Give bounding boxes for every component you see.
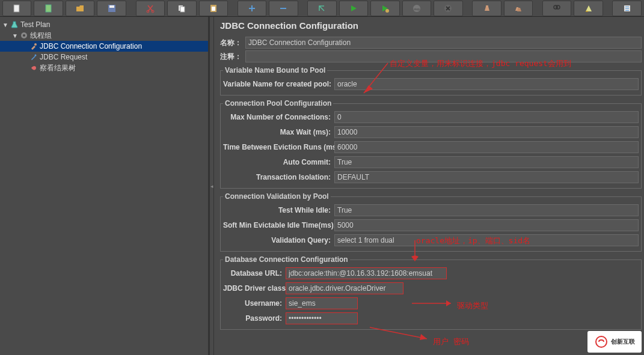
- query-input[interactable]: [334, 234, 639, 246]
- driver-label: JDBC Driver class:: [223, 284, 286, 293]
- tb-clear-all[interactable]: [504, 1, 533, 16]
- driver-input[interactable]: [286, 282, 403, 294]
- tb-shutdown[interactable]: [434, 1, 462, 16]
- tree-label: JDBC Request: [40, 53, 87, 61]
- legend: Connection Validation by Pool: [223, 192, 331, 201]
- tree-jdbc-request[interactable]: JDBC Request: [0, 52, 208, 62]
- tb-open[interactable]: [66, 1, 94, 16]
- svg-rect-20: [625, 10, 629, 11]
- gear-icon: [20, 31, 28, 40]
- flask-icon: [10, 20, 19, 29]
- tb-copy[interactable]: [167, 1, 196, 16]
- tree-toggle-icon[interactable]: ▼: [12, 32, 18, 39]
- pass-input[interactable]: [286, 312, 358, 324]
- tb-templates[interactable]: [34, 1, 63, 16]
- svg-rect-18: [625, 7, 629, 7]
- tree-label: 察看结果树: [40, 63, 76, 73]
- tb-paste[interactable]: [199, 1, 228, 16]
- tree-label: Test Plan: [20, 20, 50, 29]
- tb-stop[interactable]: stop: [402, 1, 431, 16]
- validation-fieldset: Connection Validation by Pool Test While…: [220, 192, 642, 252]
- tree-jdbc-config[interactable]: JDBC Connection Configuration: [0, 41, 208, 52]
- watermark: 创新互联: [587, 331, 642, 353]
- tb-cut[interactable]: [136, 1, 165, 16]
- leaf-icon: [29, 64, 38, 72]
- var-name-label: Variable Name for created pool:: [223, 80, 334, 88]
- svg-point-33: [596, 336, 607, 347]
- tree-result-tree[interactable]: 察看结果树: [0, 62, 208, 73]
- tb-add[interactable]: [238, 1, 266, 16]
- svg-point-16: [556, 5, 560, 9]
- toolbar: stop: [0, 0, 644, 17]
- svg-rect-9: [212, 7, 215, 11]
- db-url-input[interactable]: [286, 267, 447, 279]
- query-label: Validation Query:: [223, 236, 334, 244]
- comment-input[interactable]: [245, 50, 642, 62]
- svg-rect-1: [46, 5, 51, 12]
- legend: Connection Pool Configuration: [223, 99, 333, 108]
- page-title: JDBC Connection Configuration: [220, 20, 642, 31]
- tree-label: JDBC Connection Configuration: [40, 42, 142, 50]
- tb-save[interactable]: [97, 1, 126, 16]
- svg-rect-0: [14, 5, 19, 12]
- evict-input[interactable]: [334, 141, 639, 153]
- watermark-text: 创新互联: [611, 338, 635, 346]
- test-idle-label: Test While Idle:: [223, 206, 334, 214]
- user-input[interactable]: [286, 297, 358, 309]
- svg-point-23: [34, 43, 37, 46]
- tb-run[interactable]: [339, 1, 368, 16]
- legend: Variable Name Bound to Pool: [223, 66, 327, 74]
- comment-label: 注释：: [220, 52, 245, 62]
- svg-point-22: [23, 34, 25, 37]
- tb-debug[interactable]: [307, 1, 336, 16]
- tb-find[interactable]: [542, 1, 571, 16]
- isolation-label: Transaction Isolation:: [223, 173, 334, 181]
- splitter[interactable]: ◂: [209, 17, 214, 355]
- content-panel: JDBC Connection Configuration 名称： 注释： Va…: [214, 17, 644, 355]
- svg-text:stop: stop: [414, 7, 420, 11]
- tb-function[interactable]: [574, 1, 603, 16]
- tree-thread-group[interactable]: ▼ 线程组: [0, 30, 208, 41]
- logo-icon: [594, 335, 609, 349]
- svg-point-10: [385, 9, 389, 13]
- var-name-input[interactable]: [334, 78, 639, 90]
- tb-clear[interactable]: [472, 1, 501, 16]
- max-conn-label: Max Number of Connections:: [223, 113, 334, 121]
- user-label: Username:: [223, 299, 286, 308]
- max-conn-input[interactable]: [334, 111, 639, 123]
- svg-rect-14: [486, 5, 488, 7]
- svg-rect-19: [625, 8, 629, 9]
- tb-remove[interactable]: [269, 1, 298, 16]
- pipette-icon: [29, 53, 38, 61]
- svg-rect-7: [180, 7, 185, 12]
- pool-binding-fieldset: Variable Name Bound to Pool Variable Nam…: [220, 66, 642, 96]
- db-url-label: Database URL:: [223, 269, 286, 278]
- auto-commit-label: Auto Commit:: [223, 158, 334, 166]
- pool-config-fieldset: Connection Pool Configuration Max Number…: [220, 99, 642, 189]
- name-label: 名称：: [220, 38, 245, 48]
- isolation-select[interactable]: [334, 171, 639, 183]
- svg-rect-3: [109, 5, 114, 8]
- db-config-fieldset: Database Connection Configuration Databa…: [220, 255, 642, 330]
- pass-label: Password:: [223, 314, 286, 323]
- soft-evict-label: Soft Min Evictable Idle Time(ms):: [223, 221, 334, 229]
- tb-options[interactable]: [612, 1, 641, 16]
- tree-panel: ▼ Test Plan ▼ 线程组 JDBC Connection Config…: [0, 17, 209, 355]
- evict-label: Time Between Eviction Runs (ms):: [223, 143, 334, 151]
- wrench-icon: [29, 42, 38, 50]
- tree-toggle-icon[interactable]: ▼: [2, 22, 8, 28]
- tree-label: 线程组: [30, 31, 52, 41]
- max-wait-label: Max Wait (ms):: [223, 128, 334, 136]
- auto-commit-select[interactable]: [334, 156, 639, 168]
- tree-test-plan[interactable]: ▼ Test Plan: [0, 19, 208, 30]
- test-idle-select[interactable]: [334, 204, 639, 216]
- soft-evict-input[interactable]: [334, 219, 639, 231]
- tb-run-remote[interactable]: [370, 1, 399, 16]
- legend: Database Connection Configuration: [223, 255, 350, 264]
- max-wait-input[interactable]: [334, 126, 639, 138]
- svg-point-24: [35, 55, 37, 56]
- tb-new[interactable]: [2, 1, 31, 16]
- name-input[interactable]: [245, 37, 642, 49]
